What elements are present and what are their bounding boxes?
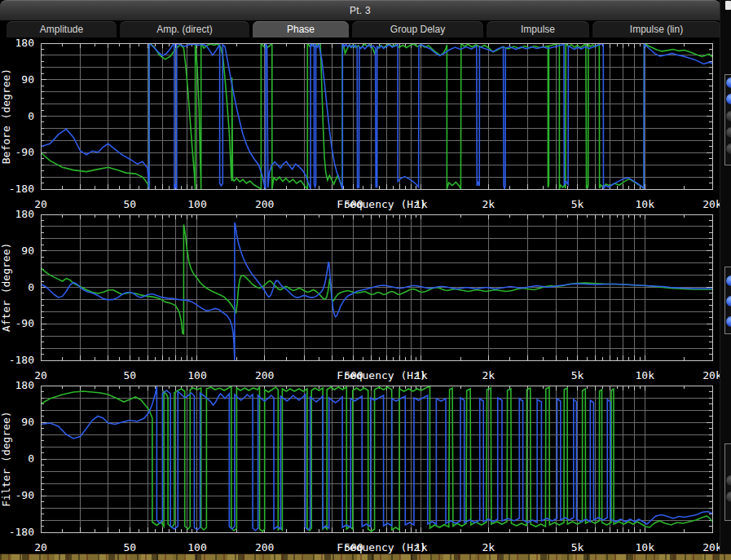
x-tick-label: 20k bbox=[702, 541, 720, 553]
background-window-fragment bbox=[725, 1, 731, 10]
background-radio-button-blue[interactable] bbox=[726, 77, 731, 88]
tab-amp-direct[interactable]: Amp. (direct) bbox=[120, 21, 249, 37]
plots-area: 180900-90-18020501002005001k2k5k10k20kFr… bbox=[0, 37, 720, 553]
tab-bar: AmplitudeAmp. (direct)PhaseGroup DelayIm… bbox=[0, 21, 720, 37]
y-tick-label: -90 bbox=[15, 146, 34, 158]
background-radio-button-gray[interactable] bbox=[726, 111, 731, 121]
tab-group-delay[interactable]: Group Delay bbox=[352, 21, 483, 37]
window-title: Pt. 3 bbox=[350, 5, 371, 16]
y-tick-label: -180 bbox=[9, 354, 34, 366]
window-titlebar[interactable]: Pt. 3 bbox=[0, 0, 720, 20]
background-radio-button-gray[interactable] bbox=[726, 492, 731, 502]
background-window-strip bbox=[720, 0, 731, 554]
x-tick-label: 2k bbox=[482, 541, 495, 553]
y-axis-title: Filter (degree) bbox=[0, 411, 12, 506]
phase-plot-before[interactable]: 180900-90-18020501002005001k2k5k10k20kFr… bbox=[0, 37, 720, 212]
y-tick-label: 180 bbox=[15, 37, 34, 49]
y-axis-title: Before (degree) bbox=[0, 68, 12, 164]
y-tick-label: -180 bbox=[9, 526, 34, 538]
y-tick-label: 180 bbox=[15, 380, 34, 391]
x-tick-label: 20 bbox=[34, 541, 47, 553]
x-tick-label: 100 bbox=[187, 541, 206, 553]
series-left-channel bbox=[41, 224, 712, 333]
phase-plot-after[interactable]: 180900-90-18020501002005001k2k5k10k20kFr… bbox=[0, 209, 720, 383]
background-radio-button-blue[interactable] bbox=[726, 94, 731, 104]
y-tick-label: 0 bbox=[28, 110, 34, 122]
y-tick-label: -90 bbox=[15, 489, 34, 501]
tab-phase[interactable]: Phase bbox=[253, 21, 349, 37]
background-radio-button-blue[interactable] bbox=[726, 316, 731, 327]
desktop-wallpaper-strip bbox=[0, 553, 731, 560]
y-tick-label: -90 bbox=[15, 317, 34, 329]
x-tick-label: 10k bbox=[636, 541, 655, 553]
phase-plot-filter[interactable]: 180900-90-18020501002005001k2k5k10k20kFr… bbox=[0, 380, 720, 554]
y-tick-label: -180 bbox=[9, 183, 34, 195]
plot-window: Pt. 3 AmplitudeAmp. (direct)PhaseGroup D… bbox=[0, 0, 720, 554]
y-tick-label: 0 bbox=[28, 281, 34, 293]
series-right-channel bbox=[41, 223, 712, 360]
x-axis-title: Frequency (Hz) bbox=[337, 541, 426, 553]
background-radio-button-blue[interactable] bbox=[726, 276, 731, 286]
x-tick-label: 200 bbox=[255, 541, 274, 553]
background-radio-button-gray[interactable] bbox=[726, 143, 731, 154]
y-tick-label: 90 bbox=[21, 245, 34, 257]
grid bbox=[41, 214, 712, 360]
y-tick-label: 90 bbox=[21, 416, 34, 428]
y-axis-title: After (degree) bbox=[0, 243, 12, 333]
tab-amplitude[interactable]: Amplitude bbox=[7, 21, 117, 37]
y-tick-label: 0 bbox=[28, 452, 34, 465]
background-radio-button-blue[interactable] bbox=[726, 296, 731, 306]
y-tick-label: 90 bbox=[21, 73, 34, 86]
tab-impulse[interactable]: Impulse bbox=[487, 21, 589, 37]
y-tick-label: 180 bbox=[15, 209, 34, 220]
tab-impulse-lin[interactable]: Impulse (lin) bbox=[592, 21, 720, 37]
background-radio-button-gray[interactable] bbox=[726, 475, 731, 486]
x-tick-label: 50 bbox=[123, 541, 136, 553]
background-radio-button-gray[interactable] bbox=[726, 127, 731, 138]
x-tick-label: 5k bbox=[571, 541, 584, 553]
